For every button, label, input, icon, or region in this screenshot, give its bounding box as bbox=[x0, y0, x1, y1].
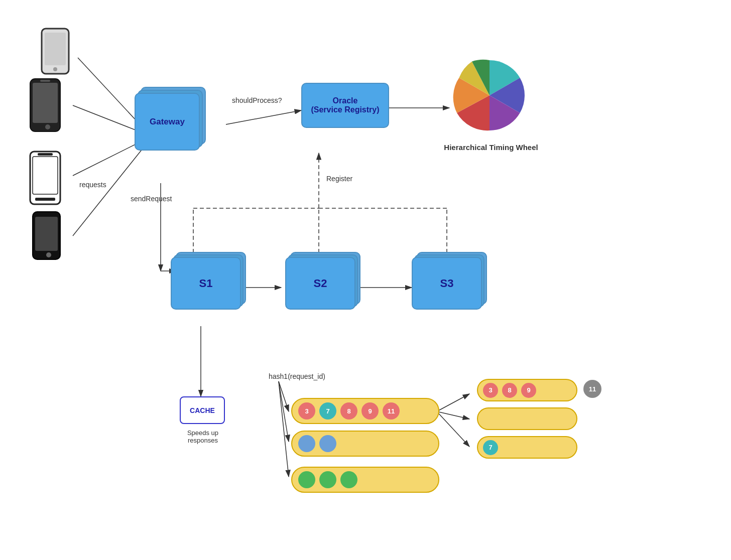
right-circle-7: 7 bbox=[483, 440, 498, 455]
bucket-circle-11: 11 bbox=[383, 402, 400, 419]
bucket-circle-3: 3 bbox=[298, 402, 315, 419]
svg-rect-26 bbox=[45, 33, 66, 65]
bucket-green-3 bbox=[340, 471, 357, 488]
svg-rect-37 bbox=[35, 217, 58, 251]
phone-4 bbox=[30, 211, 68, 270]
send-request-label: sendRequest bbox=[131, 195, 172, 203]
bucket-row-1: 3 7 8 9 11 bbox=[291, 398, 439, 424]
s1-stack: S1 bbox=[171, 257, 241, 310]
svg-line-23 bbox=[437, 411, 469, 419]
svg-rect-30 bbox=[40, 80, 50, 82]
bucket-row-2 bbox=[291, 431, 439, 457]
pie-chart-label: Hierarchical Timing Wheel bbox=[441, 143, 541, 152]
right-bucket-row-1: 3 8 9 bbox=[477, 379, 577, 401]
s1-label: S1 bbox=[171, 257, 241, 310]
cache-sublabel: Speeds up responses bbox=[173, 429, 232, 444]
oracle-box: Oracle (Service Registry) bbox=[301, 83, 389, 128]
gateway-stack: Gateway bbox=[135, 93, 200, 151]
right-circle-8: 8 bbox=[502, 383, 517, 398]
svg-line-3 bbox=[73, 105, 143, 133]
oracle-label: Oracle (Service Registry) bbox=[311, 96, 379, 114]
svg-rect-29 bbox=[33, 83, 58, 123]
cache-box: CACHE bbox=[180, 396, 225, 424]
svg-line-5 bbox=[73, 148, 143, 236]
svg-line-2 bbox=[78, 58, 143, 128]
s2-label: S2 bbox=[285, 257, 355, 310]
svg-line-19 bbox=[279, 381, 289, 411]
register-label: Register bbox=[326, 175, 352, 183]
svg-line-24 bbox=[437, 411, 469, 447]
svg-point-27 bbox=[53, 67, 57, 71]
bucket-circle-7: 7 bbox=[319, 402, 336, 419]
svg-line-4 bbox=[73, 141, 143, 176]
s3-label: S3 bbox=[412, 257, 482, 310]
gateway-label: Gateway bbox=[135, 93, 200, 151]
gray-circle-11: 11 bbox=[583, 380, 601, 398]
right-bucket-row-3: 7 bbox=[477, 436, 577, 459]
svg-line-6 bbox=[226, 110, 301, 124]
svg-point-38 bbox=[46, 252, 51, 257]
svg-rect-35 bbox=[35, 198, 55, 201]
bucket-blue-1 bbox=[298, 435, 315, 452]
bucket-green-2 bbox=[319, 471, 336, 488]
s2-stack: S2 bbox=[285, 257, 355, 310]
bucket-blue-2 bbox=[319, 435, 336, 452]
s3-stack: S3 bbox=[412, 257, 482, 310]
hash1-label: hash1(request_id) bbox=[269, 372, 325, 380]
svg-line-20 bbox=[279, 381, 289, 442]
svg-line-22 bbox=[437, 394, 469, 411]
phone-3 bbox=[28, 151, 68, 218]
svg-rect-34 bbox=[38, 153, 53, 156]
svg-rect-33 bbox=[33, 157, 58, 194]
diagram-canvas: { "title": "Microservices Architecture D… bbox=[0, 0, 731, 560]
bucket-row-3 bbox=[291, 467, 439, 493]
bucket-circle-9: 9 bbox=[361, 402, 379, 419]
cache-label: CACHE bbox=[190, 406, 215, 414]
svg-point-31 bbox=[45, 124, 50, 129]
pie-chart bbox=[449, 55, 530, 135]
requests-label: requests bbox=[79, 181, 106, 189]
should-process-label: shouldProcess? bbox=[232, 96, 282, 104]
right-circle-9: 9 bbox=[521, 383, 536, 398]
phone-2 bbox=[28, 78, 68, 145]
bucket-green-1 bbox=[298, 471, 315, 488]
right-bucket-row-2 bbox=[477, 407, 577, 430]
bucket-circle-8: 8 bbox=[340, 402, 357, 419]
right-circle-3: 3 bbox=[483, 383, 498, 398]
svg-line-21 bbox=[279, 381, 289, 477]
